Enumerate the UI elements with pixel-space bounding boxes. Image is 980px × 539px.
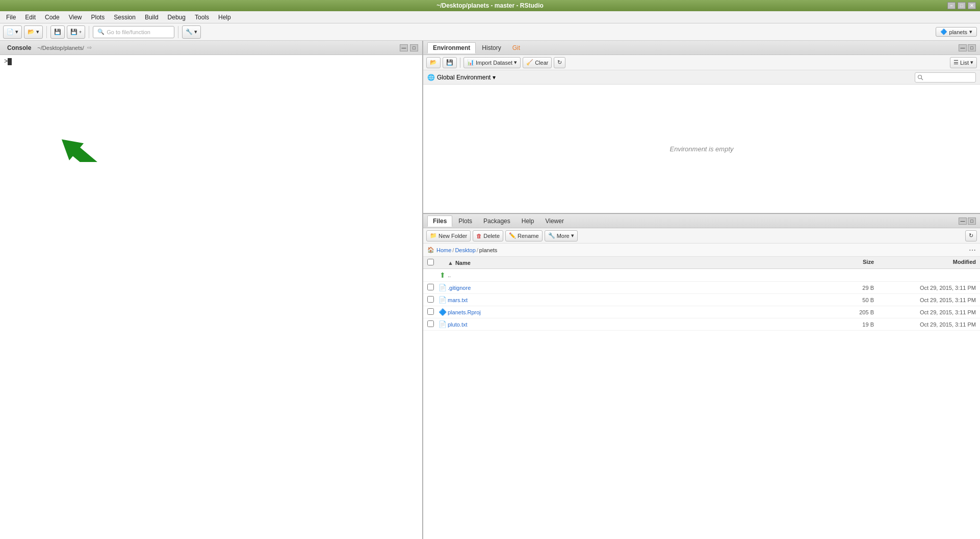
menu-file[interactable]: File	[2, 13, 20, 22]
console-minimize-btn[interactable]: —	[400, 44, 408, 51]
files-panel-maximize-btn[interactable]: □	[968, 218, 976, 225]
header-size-col: Size	[833, 259, 874, 266]
new-folder-label: New Folder	[439, 233, 467, 239]
refresh-env-btn[interactable]: ↻	[554, 57, 565, 68]
menu-edit[interactable]: Edit	[21, 13, 40, 22]
tab-git[interactable]: Git	[507, 43, 525, 53]
file-check-gitignore[interactable]	[427, 284, 437, 291]
addins-dropdown-arrow: ▾	[194, 29, 197, 35]
env-panel-maximize-btn[interactable]: □	[968, 44, 976, 51]
open-button[interactable]: 📂 ▾	[24, 25, 43, 39]
tab-history[interactable]: History	[477, 43, 506, 53]
console-prompt-symbol: >	[4, 58, 8, 65]
file-row-gitignore: 📄 .gitignore 29 B Oct 29, 2015, 3:11 PM	[423, 282, 980, 294]
go-to-file-input[interactable]: 🔍 Go to file/function	[93, 26, 174, 38]
global-env-label: Global Environment	[437, 74, 491, 81]
menu-view[interactable]: View	[65, 13, 86, 22]
header-name-label: Name	[455, 260, 471, 266]
doc-icon-gitignore: 📄	[439, 284, 447, 291]
tab-viewer[interactable]: Viewer	[540, 216, 569, 226]
close-btn[interactable]: ✕	[968, 2, 976, 9]
console-content[interactable]: >	[0, 55, 422, 539]
save-button[interactable]: 💾	[50, 25, 65, 39]
breadcrumb-desktop-link[interactable]: Desktop	[455, 247, 475, 253]
clear-environment-btn[interactable]: 🧹 Clear	[523, 57, 552, 68]
project-indicator[interactable]: 🔷 planets ▾	[936, 27, 977, 37]
breadcrumb-sep-3: /	[477, 247, 478, 253]
file-row-mars: 📄 mars.txt 50 B Oct 29, 2015, 3:11 PM	[423, 294, 980, 306]
menu-build[interactable]: Build	[141, 13, 163, 22]
files-panel: Files Plots Packages Help Viewer — □ 📁 N…	[423, 214, 980, 539]
checkbox-pluto[interactable]	[427, 320, 434, 327]
rename-btn[interactable]: ✏️ Rename	[505, 230, 543, 241]
open-folder-icon: 📂	[28, 29, 35, 35]
new-script-button[interactable]: 📄 ▾	[3, 25, 22, 39]
console-path: ~/Desktop/planets/	[37, 45, 84, 51]
rename-icon: ✏️	[509, 232, 516, 239]
console-prompt-line[interactable]: >	[4, 58, 418, 65]
file-check-pluto[interactable]	[427, 320, 437, 328]
menu-plots[interactable]: Plots	[87, 13, 109, 22]
home-icon[interactable]: 🏠	[427, 247, 434, 253]
tab-files[interactable]: Files	[427, 215, 452, 227]
files-panel-minimize-btn[interactable]: —	[959, 218, 967, 225]
checkbox-mars[interactable]	[427, 296, 434, 303]
title-bar: ~/Desktop/planets - master - RStudio − □…	[0, 0, 980, 11]
select-all-checkbox[interactable]	[427, 259, 434, 265]
header-checkbox-col	[427, 259, 437, 266]
list-dropdown-arrow: ▾	[970, 59, 973, 66]
file-name-rproj[interactable]: planets.Rproj	[448, 309, 833, 315]
console-maximize-btn[interactable]: □	[410, 44, 418, 51]
load-workspace-btn[interactable]: 📂	[426, 57, 441, 68]
console-path-link-icon[interactable]: ⇨	[87, 44, 92, 51]
menu-debug[interactable]: Debug	[164, 13, 190, 22]
tab-help[interactable]: Help	[517, 216, 539, 226]
delete-btn[interactable]: 🗑 Delete	[473, 230, 503, 241]
save-icon: 💾	[54, 29, 61, 35]
file-size-mars: 50 B	[833, 297, 874, 303]
breadcrumb-current: planets	[479, 247, 497, 253]
global-env-dropdown-arrow: ▾	[493, 74, 496, 81]
delete-icon: 🗑	[476, 233, 482, 239]
save-workspace-btn[interactable]: 💾	[443, 57, 457, 68]
file-name-gitignore[interactable]: .gitignore	[448, 285, 833, 291]
new-folder-btn[interactable]: 📁 New Folder	[426, 230, 471, 241]
menu-tools[interactable]: Tools	[191, 13, 213, 22]
file-check-rproj[interactable]	[427, 308, 437, 316]
tab-plots[interactable]: Plots	[453, 216, 477, 226]
checkbox-gitignore[interactable]	[427, 284, 434, 290]
list-icon: ☰	[953, 59, 959, 66]
tab-environment[interactable]: Environment	[427, 42, 476, 53]
file-size-pluto: 19 B	[833, 321, 874, 328]
checkbox-rproj[interactable]	[427, 308, 434, 315]
save-all-stack: +	[79, 30, 82, 35]
more-btn[interactable]: 🔧 More ▾	[545, 230, 578, 241]
file-check-mars[interactable]	[427, 296, 437, 304]
files-refresh-btn[interactable]: ↻	[965, 230, 977, 241]
header-name-col[interactable]: ▲ Name	[448, 259, 833, 266]
file-name-up[interactable]: ..	[448, 272, 833, 278]
menu-help[interactable]: Help	[214, 13, 235, 22]
menu-session[interactable]: Session	[110, 13, 140, 22]
save-all-button[interactable]: 💾 +	[67, 25, 85, 39]
breadcrumb-more-btn[interactable]: ⋯	[969, 246, 976, 254]
file-name-pluto[interactable]: pluto.txt	[448, 321, 833, 328]
global-environment-row: 🌐 Global Environment ▾	[423, 70, 980, 85]
clear-broom-icon: 🧹	[526, 59, 533, 66]
env-panel-minimize-btn[interactable]: —	[959, 44, 967, 51]
file-name-mars[interactable]: mars.txt	[448, 297, 833, 303]
files-tab-bar: Files Plots Packages Help Viewer — □	[423, 214, 980, 228]
menu-code[interactable]: Code	[41, 13, 64, 22]
env-search-input[interactable]	[915, 72, 976, 83]
minimize-btn[interactable]: −	[947, 2, 956, 9]
addins-button[interactable]: 🔧 ▾	[182, 25, 201, 39]
breadcrumb-home-link[interactable]: Home	[436, 247, 451, 253]
list-view-btn[interactable]: ☰ List ▾	[950, 57, 977, 68]
import-dataset-btn[interactable]: 📊 Import Dataset ▾	[463, 57, 521, 68]
doc-icon-mars: 📄	[439, 296, 447, 304]
maximize-btn[interactable]: □	[958, 2, 966, 9]
file-icon-rproj: 🔷	[437, 308, 448, 316]
file-row-rproj: 🔷 planets.Rproj 205 B Oct 29, 2015, 3:11…	[423, 306, 980, 318]
project-name: planets	[949, 29, 967, 35]
tab-packages[interactable]: Packages	[478, 216, 515, 226]
